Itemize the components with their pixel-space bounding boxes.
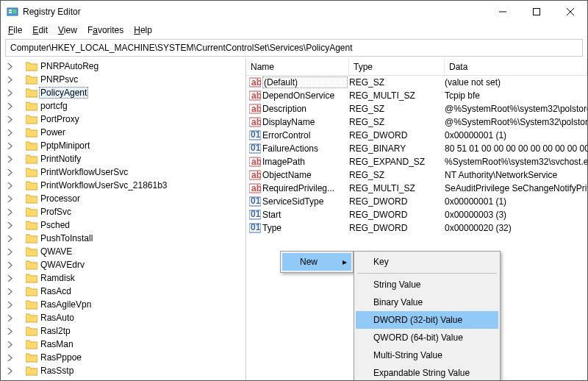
ctx-new-key[interactable]: Key	[356, 253, 498, 271]
value-row[interactable]: ImagePathREG_EXPAND_SZ%SystemRoot%\syste…	[246, 155, 587, 168]
ctx-new[interactable]: New ▸	[282, 253, 351, 271]
value-row[interactable]: DisplayNameREG_SZ@%SystemRoot%\System32\…	[246, 115, 587, 129]
tree-item[interactable]: PolicyAgent	[1, 86, 245, 99]
value-row[interactable]: FailureActionsREG_BINARY80 51 01 00 00 0…	[246, 142, 587, 155]
ctx-new-qword[interactable]: QWORD (64-bit) Value	[356, 329, 498, 346]
context-submenu-new: Key String Value Binary Value DWORD (32-…	[354, 251, 501, 381]
menu-help[interactable]: Help	[129, 24, 157, 37]
tree-item[interactable]: PrintWorkflowUserSvc	[1, 165, 245, 179]
tree-item[interactable]: QWAVEdrv	[1, 258, 245, 271]
menu-file[interactable]: File	[4, 24, 26, 37]
value-data: SeAuditPrivilege SeChangeNotifyPrivilege	[443, 183, 587, 193]
value-row[interactable]: DescriptionREG_SZ@%SystemRoot%\system32\…	[246, 102, 587, 115]
expand-icon[interactable]	[5, 249, 14, 255]
expand-icon[interactable]	[5, 76, 14, 83]
value-type: REG_EXPAND_SZ	[348, 157, 443, 167]
close-button[interactable]	[553, 1, 587, 23]
tree-item[interactable]: RasAuto	[1, 311, 245, 324]
value-data: (value not set)	[443, 77, 587, 88]
tree-item[interactable]: PrintWorkflowUserSvc_21861b3	[1, 179, 245, 192]
expand-icon[interactable]	[5, 288, 14, 295]
tree-label: Psched	[39, 220, 71, 230]
col-type[interactable]: Type	[349, 58, 445, 75]
tree-label: PolicyAgent	[39, 87, 88, 99]
expand-icon[interactable]	[5, 209, 14, 216]
value-row[interactable]: ObjectNameREG_SZNT Authority\NetworkServ…	[246, 168, 587, 182]
expand-icon[interactable]	[5, 116, 14, 123]
value-type: REG_SZ	[348, 117, 443, 127]
value-row[interactable]: (Default)REG_SZ(value not set)	[246, 76, 587, 89]
ctx-new-dword[interactable]: DWORD (32-bit) Value	[356, 311, 498, 329]
expand-icon[interactable]	[5, 90, 14, 96]
expand-icon[interactable]	[5, 196, 14, 202]
value-row[interactable]: TypeREG_DWORD0x00000020 (32)	[246, 221, 587, 235]
expand-icon[interactable]	[5, 328, 14, 335]
tree-item[interactable]: ProfSvc	[1, 205, 245, 218]
expand-icon[interactable]	[5, 63, 14, 70]
tree-item[interactable]: PptpMiniport	[1, 139, 245, 152]
expand-icon[interactable]	[5, 262, 14, 268]
tree-item[interactable]: RasMan	[1, 338, 245, 351]
expand-icon[interactable]	[5, 235, 14, 242]
expand-icon[interactable]	[5, 341, 14, 348]
tree-item[interactable]: portcfg	[1, 99, 245, 113]
tree-item[interactable]: Psched	[1, 218, 245, 232]
expand-icon[interactable]	[5, 129, 14, 136]
context-menu: New ▸	[280, 251, 354, 273]
tree-item[interactable]: Rasl2tp	[1, 324, 245, 338]
expand-icon[interactable]	[5, 143, 14, 149]
expand-icon[interactable]	[5, 355, 14, 361]
expand-icon[interactable]	[5, 182, 14, 189]
tree-item[interactable]: Ramdisk	[1, 271, 245, 285]
tree-item[interactable]: QWAVE	[1, 245, 245, 258]
tree-label: Rasl2tp	[39, 326, 72, 336]
value-type: REG_MULTI_SZ	[348, 183, 443, 193]
tree-view[interactable]: PNRPAutoRegPNRPsvcPolicyAgentportcfgPort…	[1, 58, 246, 380]
tree-item[interactable]: Processor	[1, 192, 245, 205]
expand-icon[interactable]	[5, 315, 14, 321]
folder-icon	[26, 246, 37, 257]
expand-icon[interactable]	[5, 156, 14, 163]
ctx-new-string[interactable]: String Value	[356, 276, 498, 293]
value-row[interactable]: ErrorControlREG_DWORD0x00000001 (1)	[246, 129, 587, 142]
ctx-new-binary[interactable]: Binary Value	[356, 293, 498, 311]
value-row[interactable]: RequiredPrivileg...REG_MULTI_SZSeAuditPr…	[246, 182, 587, 195]
tree-item[interactable]: PrintNotify	[1, 152, 245, 165]
col-data[interactable]: Data	[445, 58, 587, 75]
menu-view[interactable]: View	[54, 24, 82, 37]
value-type: REG_DWORD	[348, 210, 443, 220]
svg-rect-2	[9, 12, 12, 13]
menu-edit[interactable]: Edit	[28, 24, 52, 37]
string-value-icon	[249, 182, 261, 194]
tree-item[interactable]: PushToInstall	[1, 232, 245, 245]
tree-item[interactable]: RasAgileVpn	[1, 298, 245, 311]
ctx-new-multi[interactable]: Multi-String Value	[356, 346, 498, 364]
value-row[interactable]: StartREG_DWORD0x00000003 (3)	[246, 208, 587, 221]
tree-item[interactable]: PNRPsvc	[1, 73, 245, 86]
tree-item[interactable]: PortProxy	[1, 113, 245, 126]
tree-item[interactable]: PNRPAutoReg	[1, 60, 245, 73]
tree-item[interactable]: RasAcd	[1, 285, 245, 298]
maximize-button[interactable]	[520, 1, 553, 23]
tree-item[interactable]: Power	[1, 126, 245, 139]
value-type: REG_SZ	[348, 170, 443, 180]
expand-icon[interactable]	[5, 103, 14, 110]
value-row[interactable]: ServiceSidTypeREG_DWORD0x00000001 (1)	[246, 195, 587, 208]
value-data: @%SystemRoot%\System32\polstore.dll,	[443, 117, 587, 127]
minimize-button[interactable]	[486, 1, 520, 23]
address-bar[interactable]: Computer\HKEY_LOCAL_MACHINE\SYSTEM\Curre…	[5, 39, 583, 57]
expand-icon[interactable]	[5, 368, 14, 374]
expand-icon[interactable]	[5, 222, 14, 229]
expand-icon[interactable]	[5, 302, 14, 308]
tree-item[interactable]: RasPppoe	[1, 351, 245, 364]
folder-icon	[26, 101, 37, 111]
col-name[interactable]: Name	[246, 58, 349, 75]
expand-icon[interactable]	[5, 169, 14, 176]
tree-item[interactable]: RasSstp	[1, 364, 245, 377]
ctx-new-expand[interactable]: Expandable String Value	[356, 364, 498, 381]
menu-favorites[interactable]: Favorites	[83, 24, 128, 37]
value-row[interactable]: DependOnServiceREG_MULTI_SZTcpip bfe	[246, 89, 587, 102]
expand-icon[interactable]	[5, 275, 14, 282]
value-data: 80 51 01 00 00 00 00 00 00 00 00 00 03 0…	[443, 143, 587, 154]
list-header: Name Type Data	[246, 58, 587, 76]
